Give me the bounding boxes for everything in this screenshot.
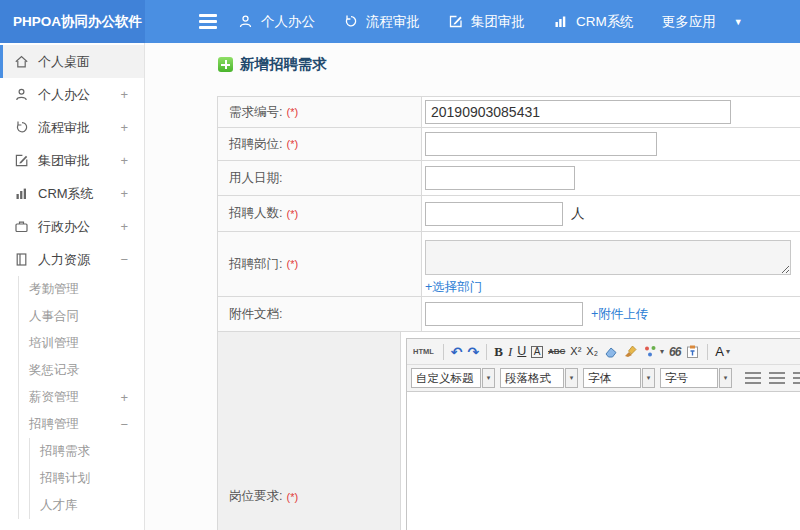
- select-department-link[interactable]: +选择部门: [425, 279, 482, 296]
- sidebar-item-attendance[interactable]: 考勤管理: [19, 276, 144, 303]
- sidebar-item-label: 招聘管理: [29, 416, 79, 433]
- caret-down-icon[interactable]: ▼: [734, 17, 743, 27]
- app-logo: PHPOA协同办公软件: [0, 0, 145, 43]
- sidebar-item-rewards[interactable]: 奖惩记录: [19, 357, 144, 384]
- editor-toolbar-row1: HTML ↶ ↷ B I U A ABC X² X₂: [407, 339, 800, 365]
- nav-group-approval[interactable]: 集团审批: [448, 13, 525, 31]
- align-center-icon[interactable]: [769, 372, 785, 385]
- sidebar-item-group-approval[interactable]: 集团审批 +: [0, 144, 144, 177]
- sidebar-item-human-resources[interactable]: 人力资源 −: [0, 243, 144, 276]
- sidebar-item-recruit-plan[interactable]: 招聘计划: [30, 465, 144, 492]
- brush-icon[interactable]: [623, 344, 638, 359]
- strikethrough-button[interactable]: ABC: [548, 348, 565, 356]
- expand-icon[interactable]: +: [120, 219, 128, 234]
- attachment-input[interactable]: [425, 302, 583, 326]
- paste-icon[interactable]: [685, 344, 700, 359]
- hamburger-menu-icon[interactable]: [199, 14, 217, 29]
- sidebar-item-process-approval[interactable]: 流程审批 +: [0, 111, 144, 144]
- required-mark: (*): [286, 491, 298, 503]
- font-family-dropdown[interactable]: 字体 ▾: [583, 368, 655, 388]
- blockquote-button[interactable]: 66: [669, 346, 680, 358]
- sidebar-item-admin-office[interactable]: 行政办公 +: [0, 210, 144, 243]
- form-row-headcount: 招聘人数: (*) 人: [218, 196, 800, 232]
- nav-crm-system[interactable]: CRM系统: [553, 13, 634, 31]
- demand-number-input[interactable]: [425, 100, 731, 124]
- sidebar-item-talent-pool[interactable]: 人才库: [30, 492, 144, 519]
- italic-button[interactable]: I: [508, 345, 512, 358]
- expand-icon[interactable]: −: [120, 417, 128, 432]
- required-mark: (*): [286, 106, 298, 118]
- sidebar-item-recruit-mgmt[interactable]: 招聘管理 −: [19, 411, 144, 438]
- editor-content-area[interactable]: [407, 392, 800, 530]
- expand-icon[interactable]: +: [120, 120, 128, 135]
- custom-title-dropdown[interactable]: 自定义标题 ▾: [411, 368, 495, 388]
- edit-icon: [14, 153, 29, 168]
- sidebar-item-hr-contract[interactable]: 人事合同: [19, 303, 144, 330]
- dropdown-arrow-icon: ▾: [565, 368, 578, 388]
- undo-button[interactable]: ↶: [451, 345, 463, 359]
- attachment-upload-link[interactable]: +附件上传: [591, 306, 648, 323]
- sidebar-item-crm-system[interactable]: CRM系统 +: [0, 177, 144, 210]
- editor-toolbar-row2: 自定义标题 ▾ 段落格式 ▾ 字体 ▾ 字号 ▾: [407, 365, 800, 392]
- form-row-demand-number: 需求编号: (*): [218, 97, 800, 128]
- dropdown-arrow-icon: ▾: [660, 348, 664, 356]
- eraser-icon[interactable]: [603, 344, 618, 359]
- page-header: 新增招聘需求: [218, 55, 327, 74]
- font-color-button[interactable]: A ▾: [715, 345, 730, 358]
- redo-button[interactable]: ↷: [468, 345, 480, 359]
- sidebar-item-label: 奖惩记录: [29, 362, 79, 379]
- nav-label: CRM系统: [576, 13, 634, 31]
- department-textarea[interactable]: [425, 240, 791, 275]
- nav-process-approval[interactable]: 流程审批: [343, 13, 420, 31]
- paragraph-format-dropdown[interactable]: 段落格式 ▾: [500, 368, 578, 388]
- process-approval-icon: [14, 120, 29, 135]
- bar-chart-icon: [14, 186, 29, 201]
- recruit-submenu: 招聘需求 招聘计划 人才库: [29, 438, 144, 519]
- nav-label: 个人办公: [261, 13, 315, 31]
- sidebar-item-salary[interactable]: 薪资管理 +: [19, 384, 144, 411]
- expand-icon[interactable]: +: [120, 153, 128, 168]
- sidebar-item-personal-office[interactable]: 个人办公 +: [0, 78, 144, 111]
- process-approval-icon: [343, 14, 358, 29]
- headcount-input[interactable]: [425, 202, 563, 226]
- sidebar-item-label: 行政办公: [38, 218, 90, 236]
- expand-icon[interactable]: +: [120, 390, 128, 405]
- book-icon: [14, 252, 29, 267]
- expand-icon[interactable]: +: [120, 186, 128, 201]
- sidebar-item-personal-desktop[interactable]: 个人桌面: [0, 45, 144, 78]
- bar-chart-icon: [553, 14, 568, 29]
- superscript-button[interactable]: X²: [570, 346, 581, 357]
- sidebar: 个人桌面 个人办公 + 流程审批 + 集团审批 + CRM系统: [0, 43, 145, 530]
- field-label: 岗位要求:: [229, 488, 282, 505]
- align-left-icon[interactable]: [745, 372, 761, 385]
- required-mark: (*): [286, 208, 298, 220]
- font-size-dropdown[interactable]: 字号 ▾: [660, 368, 732, 388]
- form-row-hire-date: 用人日期:: [218, 161, 800, 196]
- html-source-button[interactable]: HTML: [411, 345, 436, 359]
- underline-button[interactable]: U: [517, 345, 526, 358]
- expand-icon[interactable]: +: [120, 87, 128, 102]
- align-right-icon[interactable]: [793, 372, 800, 385]
- bold-button[interactable]: B: [494, 345, 503, 358]
- field-label: 招聘人数:: [229, 205, 282, 222]
- position-input[interactable]: [425, 132, 657, 156]
- sidebar-item-recruit-demand[interactable]: 招聘需求: [30, 438, 144, 465]
- nav-personal-office[interactable]: 个人办公: [238, 13, 315, 31]
- nav-label: 流程审批: [366, 13, 420, 31]
- hire-date-input[interactable]: [425, 166, 575, 190]
- sidebar-item-training[interactable]: 培训管理: [19, 330, 144, 357]
- font-border-button[interactable]: A: [531, 346, 543, 358]
- user-icon: [238, 14, 253, 29]
- form-row-attachment: 附件文档: +附件上传: [218, 297, 800, 332]
- expand-icon[interactable]: −: [120, 252, 128, 267]
- sidebar-item-label: 个人桌面: [38, 53, 90, 71]
- subscript-button[interactable]: X₂: [586, 346, 598, 357]
- sidebar-item-label: CRM系统: [38, 185, 94, 203]
- nav-label: 更多应用: [662, 13, 716, 31]
- edit-icon: [448, 14, 463, 29]
- nav-more-apps[interactable]: 更多应用: [662, 13, 716, 31]
- sidebar-item-label: 人力资源: [38, 251, 90, 269]
- form-row-department: 招聘部门: (*) +选择部门: [218, 232, 800, 297]
- recruit-demand-form: 需求编号: (*) 招聘岗位: (*) 用人日期:: [217, 96, 800, 530]
- format-paint-icon[interactable]: ▾: [643, 344, 664, 359]
